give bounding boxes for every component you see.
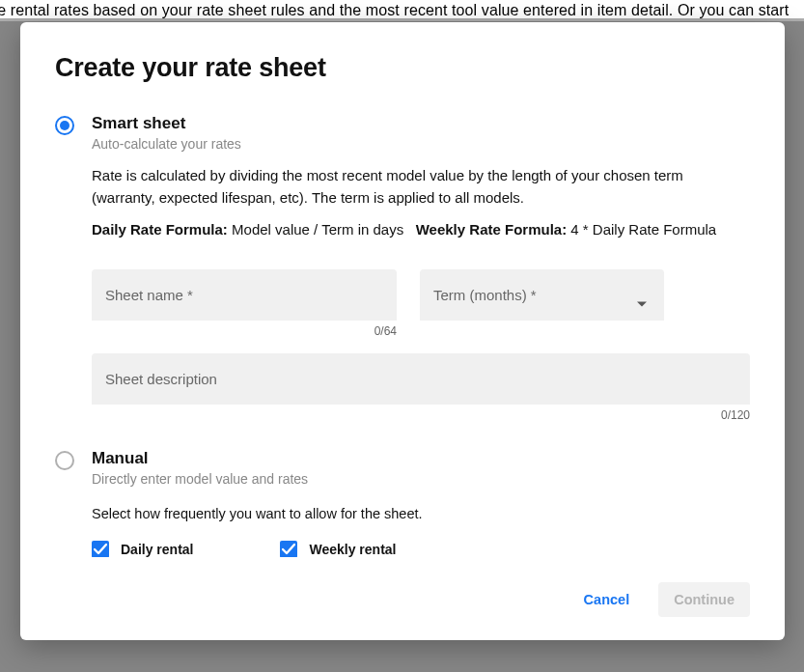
option-subtitle-smart: Auto-calculate your rates: [92, 136, 750, 152]
weekly-formula-label: Weekly Rate Formula:: [416, 221, 567, 238]
rate-formulas: Daily Rate Formula: Model value / Term i…: [92, 218, 750, 240]
checkbox-weekly-rental[interactable]: Weekly rental: [280, 541, 396, 557]
term-select[interactable]: [420, 269, 664, 321]
modal-title: Create your rate sheet: [20, 53, 785, 102]
option-title-manual: Manual: [92, 449, 750, 468]
modal-actions: Cancel Continue: [20, 557, 785, 623]
cancel-button[interactable]: Cancel: [568, 582, 646, 617]
continue-button[interactable]: Continue: [658, 582, 750, 617]
daily-formula-value: Model value / Term in days: [228, 221, 403, 238]
checkbox-daily-rental[interactable]: Daily rental: [92, 541, 193, 557]
option-smart-sheet[interactable]: Smart sheet Auto-calculate your rates Ra…: [55, 114, 750, 422]
sheet-description-input[interactable]: [92, 353, 750, 405]
modal-content: Smart sheet Auto-calculate your rates Ra…: [20, 102, 785, 557]
sheet-name-counter: 0/64: [92, 324, 397, 338]
weekly-formula-value: 4 * Daily Rate Formula: [567, 221, 716, 238]
create-rate-sheet-modal: Create your rate sheet Smart sheet Auto-…: [20, 22, 785, 640]
option-subtitle-manual: Directly enter model value and rates: [92, 471, 750, 487]
sheet-name-input[interactable]: [92, 269, 397, 321]
option-title-smart: Smart sheet: [92, 114, 750, 133]
checkmark-icon: [92, 541, 109, 557]
radio-manual[interactable]: [55, 451, 74, 470]
smart-description: Rate is calculated by dividing the most …: [92, 165, 750, 209]
sheet-description-counter: 0/120: [92, 408, 750, 422]
radio-smart-sheet[interactable]: [55, 116, 74, 135]
checkbox-weekly-label: Weekly rental: [309, 542, 396, 557]
checkmark-icon: [280, 541, 297, 557]
frequency-instruction: Select how frequently you want to allow …: [92, 506, 750, 521]
option-manual[interactable]: Manual Directly enter model value and ra…: [55, 449, 750, 557]
daily-formula-label: Daily Rate Formula:: [92, 221, 228, 238]
checkbox-daily-label: Daily rental: [121, 542, 193, 557]
